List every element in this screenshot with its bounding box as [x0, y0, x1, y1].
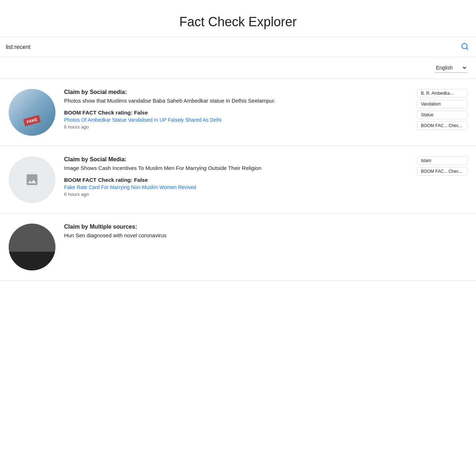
language-select[interactable]: EnglishHindiSpanishFrenchGerman	[435, 63, 467, 73]
fact-claimant: Claim by Social Media:	[64, 156, 408, 163]
fact-rating: BOOM FACT Check rating: False	[64, 177, 408, 183]
tag[interactable]: Statue	[417, 111, 467, 119]
fact-thumbnail	[9, 224, 55, 270]
fact-item: Claim by Multiple sources: Hun Sen diagn…	[0, 214, 476, 281]
tag[interactable]: Vandalism	[417, 100, 467, 108]
fact-list: FAKE Claim by Social media: Photos show …	[0, 79, 476, 281]
fact-rating: BOOM FACT Check rating: False	[64, 109, 408, 116]
fact-thumbnail	[9, 156, 55, 203]
tag[interactable]: Islam	[417, 156, 467, 165]
filter-row: EnglishHindiSpanishFrenchGerman	[0, 57, 476, 79]
fact-content: Claim by Social media: Photos show that …	[64, 89, 408, 130]
tag[interactable]: BOOM FAC... Chec...	[417, 121, 467, 130]
svg-line-1	[466, 48, 468, 49]
fact-link[interactable]: Photos Of Ambedkar Statue Vandalised In …	[64, 117, 408, 123]
thumbnail-placeholder	[9, 156, 55, 203]
search-button[interactable]	[459, 41, 470, 53]
thumbnail-overlay	[9, 252, 55, 270]
search-bar	[0, 37, 476, 57]
search-input[interactable]	[6, 44, 459, 50]
fact-time: 6 hours ago	[64, 192, 408, 197]
fact-thumbnail: FAKE	[9, 89, 55, 136]
fact-tags: Islam BOOM FAC... Chec...	[417, 156, 467, 176]
fact-tags: B. R. Ambedka... Vandalism Statue BOOM F…	[417, 89, 467, 130]
fact-claimant: Claim by Multiple sources:	[64, 224, 408, 230]
fact-time: 6 hours ago	[64, 124, 408, 130]
fake-stamp: FAKE	[23, 115, 41, 126]
fact-text: Photos show that Muslims vandalise Baba …	[64, 97, 408, 105]
fact-item: Claim by Social Media: Image Shows Cash …	[0, 146, 476, 214]
fact-claimant: Claim by Social media:	[64, 89, 408, 95]
tag[interactable]: B. R. Ambedka...	[417, 89, 467, 98]
thumbnail-image: FAKE	[9, 89, 55, 136]
fact-content: Claim by Multiple sources: Hun Sen diagn…	[64, 224, 408, 244]
fact-link[interactable]: Fake Rate Card For Marrying Non-Muslim W…	[64, 184, 408, 190]
fact-text: Image Shows Cash Incentives To Muslim Me…	[64, 164, 408, 172]
search-icon	[461, 42, 469, 50]
app-title: Fact Check Explorer	[7, 14, 469, 30]
thumbnail-image	[9, 224, 55, 270]
app-header: Fact Check Explorer	[0, 0, 476, 37]
tag[interactable]: BOOM FAC... Chec...	[417, 167, 467, 176]
image-placeholder-icon	[25, 172, 39, 187]
fact-text: Hun Sen diagnosed with novel coronavirus	[64, 232, 408, 240]
fact-content: Claim by Social Media: Image Shows Cash …	[64, 156, 408, 197]
fact-item: FAKE Claim by Social media: Photos show …	[0, 79, 476, 146]
